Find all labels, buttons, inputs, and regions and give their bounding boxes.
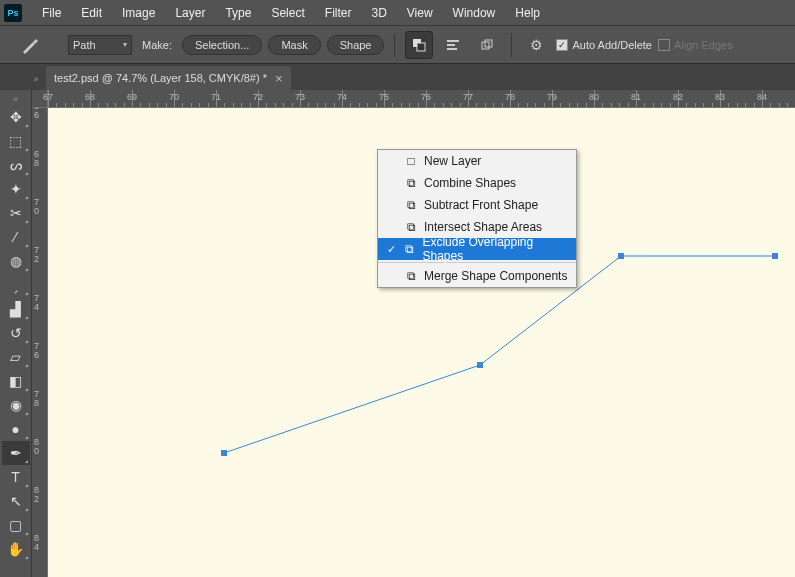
clone-stamp-tool[interactable]: ▟: [2, 297, 30, 321]
menu-type[interactable]: Type: [215, 2, 261, 24]
arrange-icon: [479, 37, 495, 53]
pathops-item-0[interactable]: □New Layer: [378, 150, 576, 172]
menu-view[interactable]: View: [397, 2, 443, 24]
selection-button[interactable]: Selection...: [182, 35, 262, 55]
path-arrangement-button[interactable]: [473, 31, 501, 59]
shape-tool[interactable]: ▢: [2, 513, 30, 537]
pathops-item-4[interactable]: ✓⧉Exclude Overlapping Shapes: [378, 238, 576, 260]
op-icon: ⧉: [404, 176, 418, 190]
auto-add-delete-label: Auto Add/Delete: [572, 39, 652, 51]
anchor-point[interactable]: [618, 253, 624, 259]
ruler-tick-label: 84: [34, 534, 44, 552]
menu-edit[interactable]: Edit: [71, 2, 112, 24]
align-icon: [445, 37, 461, 53]
toolbox-collapse-icon[interactable]: «: [0, 94, 31, 104]
type-tool[interactable]: T: [2, 465, 30, 489]
move-tool[interactable]: ✥: [2, 105, 30, 129]
history-brush-tool[interactable]: ↺: [2, 321, 30, 345]
gear-button[interactable]: ⚙: [522, 31, 550, 59]
toolbox: « ✥⬚ᔕ✦✂⁄◍ˏ▟↺▱◧◉●✒T↖▢✋: [0, 90, 32, 577]
svg-rect-3: [447, 44, 455, 46]
auto-add-delete-checkbox[interactable]: ✓ Auto Add/Delete: [556, 39, 652, 51]
pathops-item-2[interactable]: ⧉Subtract Front Shape: [378, 194, 576, 216]
document-tab[interactable]: test2.psd @ 74.7% (Layer 158, CMYK/8#) *…: [46, 66, 291, 90]
ruler-vertical: 66687072747678808284: [32, 108, 48, 577]
op-icon: □: [404, 154, 418, 168]
merge-shape-components-item[interactable]: ⧉ Merge Shape Components: [378, 265, 576, 287]
magic-wand-tool[interactable]: ✦: [2, 177, 30, 201]
ruler-tick-label: 74: [337, 92, 347, 102]
path-select-tool[interactable]: ↖: [2, 489, 30, 513]
ruler-tick-label: 68: [85, 92, 95, 102]
ruler-tick-label: 74: [34, 294, 44, 312]
merge-icon: ⧉: [404, 269, 418, 283]
document-tab-title: test2.psd @ 74.7% (Layer 158, CMYK/8#) *: [54, 72, 267, 84]
op-icon: ⧉: [403, 242, 416, 256]
ruler-tick-label: 76: [34, 342, 44, 360]
make-label: Make:: [142, 39, 172, 51]
menu-filter[interactable]: Filter: [315, 2, 362, 24]
gear-icon: ⚙: [530, 37, 543, 53]
menu-item-label: Merge Shape Components: [424, 269, 567, 283]
menu-help[interactable]: Help: [505, 2, 550, 24]
lasso-tool[interactable]: ᔕ: [2, 153, 30, 177]
path-ops-icon: [411, 37, 427, 53]
check-icon: ✓: [386, 243, 397, 256]
align-edges-label: Align Edges: [674, 39, 733, 51]
mask-button[interactable]: Mask: [268, 35, 320, 55]
align-edges-checkbox: Align Edges: [658, 39, 733, 51]
chevron-down-icon: ▾: [123, 40, 127, 49]
ruler-tick-label: 77: [463, 92, 473, 102]
ruler-tick-label: 80: [589, 92, 599, 102]
checkbox-checked-icon: ✓: [556, 39, 568, 51]
marquee-tool[interactable]: ⬚: [2, 129, 30, 153]
pathops-item-1[interactable]: ⧉Combine Shapes: [378, 172, 576, 194]
tab-overflow-icon[interactable]: »: [32, 74, 40, 84]
ruler-tick-label: 67: [43, 92, 53, 102]
dodge-tool[interactable]: ●: [2, 417, 30, 441]
ruler-tick-label: 76: [421, 92, 431, 102]
ruler-tick-label: 79: [547, 92, 557, 102]
menu-window[interactable]: Window: [443, 2, 506, 24]
ruler-tick-label: 71: [211, 92, 221, 102]
eraser-tool[interactable]: ▱: [2, 345, 30, 369]
svg-rect-1: [417, 43, 425, 51]
menu-item-label: Combine Shapes: [424, 176, 516, 190]
ruler-tick-label: 80: [34, 438, 44, 456]
anchor-point[interactable]: [221, 450, 227, 456]
path-alignment-button[interactable]: [439, 31, 467, 59]
ruler-tick-label: 72: [253, 92, 263, 102]
gradient-tool[interactable]: ◧: [2, 369, 30, 393]
pen-tool[interactable]: ✒: [2, 441, 30, 465]
anchor-point[interactable]: [477, 362, 483, 368]
menu-select[interactable]: Select: [261, 2, 314, 24]
menubar: Ps FileEditImageLayerTypeSelectFilter3DV…: [0, 0, 795, 26]
path-operations-button[interactable]: [405, 31, 433, 59]
close-icon[interactable]: ×: [275, 71, 283, 86]
blur-tool[interactable]: ◉: [2, 393, 30, 417]
menu-layer[interactable]: Layer: [165, 2, 215, 24]
eyedropper-tool[interactable]: ⁄: [2, 225, 30, 249]
brush-tool[interactable]: ˏ: [2, 273, 30, 297]
op-icon: ⧉: [404, 198, 418, 212]
ruler-tick-label: 83: [715, 92, 725, 102]
ruler-tick-label: 70: [169, 92, 179, 102]
menu-item-label: Intersect Shape Areas: [424, 220, 542, 234]
pen-tool-icon: [18, 33, 42, 57]
ruler-tick-label: 81: [631, 92, 641, 102]
hand-tool[interactable]: ✋: [2, 537, 30, 561]
tool-mode-select[interactable]: Path ▾: [68, 35, 132, 55]
anchor-point[interactable]: [772, 253, 778, 259]
path-operations-menu: □New Layer⧉Combine Shapes⧉Subtract Front…: [377, 149, 577, 288]
menu-item-label: Subtract Front Shape: [424, 198, 538, 212]
separator: [394, 33, 395, 57]
menu-file[interactable]: File: [32, 2, 71, 24]
separator: [511, 33, 512, 57]
document-tab-bar: » test2.psd @ 74.7% (Layer 158, CMYK/8#)…: [0, 64, 795, 90]
spot-heal-tool[interactable]: ◍: [2, 249, 30, 273]
shape-button[interactable]: Shape: [327, 35, 385, 55]
app-icon: Ps: [4, 4, 22, 22]
menu-3d[interactable]: 3D: [361, 2, 396, 24]
menu-image[interactable]: Image: [112, 2, 165, 24]
crop-tool[interactable]: ✂: [2, 201, 30, 225]
